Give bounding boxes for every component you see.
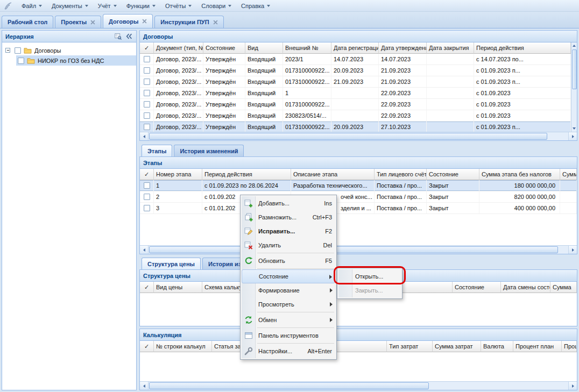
table-row[interactable]: 2с 01.09.202очей конс...Поставка / про..… [140, 191, 577, 203]
column-header[interactable]: Сумма [550, 282, 577, 293]
column-header[interactable]: Процент план [513, 341, 562, 352]
column-header[interactable]: Тип лицевого счёт [375, 169, 427, 180]
menubar-item[interactable]: Словари [196, 1, 236, 11]
checkbox[interactable] [15, 47, 21, 54]
context-menu-item[interactable]: Размножить...Ctrl+F3 [242, 210, 335, 224]
select-all-column-header[interactable]: ✓ [140, 341, 154, 352]
menubar-item[interactable]: Учёт [93, 1, 122, 11]
horizontal-scrollbar[interactable] [140, 245, 577, 254]
table-row[interactable]: Договор, 2023/...УтверждёнВходящий017310… [140, 99, 571, 110]
scroll-up-icon[interactable] [571, 42, 577, 49]
table-row[interactable]: 3с 01.01.202зделия и ...Поставка / про..… [140, 203, 577, 214]
column-header[interactable]: Вид цены [154, 282, 202, 293]
horizontal-scrollbar[interactable] [140, 132, 577, 140]
checkbox[interactable] [144, 90, 150, 96]
column-header[interactable]: Период действия [474, 42, 571, 54]
column-header[interactable]: Дата утверждения [379, 42, 427, 54]
column-header[interactable]: Процент ф [562, 341, 577, 352]
column-header[interactable]: № строки калькул [154, 341, 212, 352]
column-header[interactable]: Номер этапа [154, 169, 202, 180]
vertical-scrollbar[interactable] [571, 42, 577, 132]
column-header[interactable]: Тип затрат [387, 341, 433, 352]
table-row[interactable]: Договор, 2023/...УтверждёнВходящий017310… [140, 65, 571, 76]
checkbox[interactable] [144, 79, 150, 85]
collapse-left-icon[interactable] [125, 32, 133, 40]
checkbox[interactable] [144, 56, 150, 62]
column-header[interactable]: Период действия [202, 169, 291, 180]
context-menu-item[interactable]: Добавить...Ins [242, 196, 335, 210]
column-header[interactable]: Дата смены состоя [501, 282, 550, 293]
menubar-item[interactable]: Документы [47, 1, 93, 11]
tree-node[interactable]: НИОКР по ГОЗ без НДС [2, 55, 136, 66]
checkbox[interactable] [144, 67, 150, 74]
select-all-column-header[interactable]: ✓ [140, 42, 154, 54]
application-window: ФайлДокументыУчётФункцииОтчётыСловариСпр… [0, 0, 579, 392]
scroll-right-icon[interactable] [568, 132, 577, 140]
scrollbar-thumb[interactable] [149, 382, 429, 389]
scroll-left-icon[interactable] [140, 382, 149, 390]
select-all-column-header[interactable]: ✓ [140, 282, 154, 293]
submenu-item[interactable]: Открыть... [338, 269, 401, 283]
column-header[interactable]: Сумма [560, 169, 577, 180]
checkbox[interactable] [144, 124, 150, 130]
checkbox[interactable] [144, 205, 150, 211]
table-cell: с 01.09.2023 п... [474, 65, 571, 76]
checkbox[interactable] [144, 112, 150, 119]
select-all-column-header[interactable]: ✓ [140, 169, 154, 180]
column-header[interactable]: Документ (тип, № [154, 42, 203, 54]
context-menu-item[interactable]: Исправить...F2 [242, 224, 335, 238]
doc-tab[interactable]: Инструкции ПУП [154, 16, 223, 28]
column-header[interactable]: Вид [245, 42, 283, 54]
menubar-item[interactable]: Файл [17, 1, 47, 11]
doc-tab[interactable]: Проекты [55, 16, 101, 28]
checkbox[interactable] [144, 101, 150, 108]
table-row[interactable]: Договор, 2023/...УтверждёнВходящий122.09… [140, 88, 571, 99]
doc-tab[interactable]: Договоры [103, 14, 153, 28]
column-header[interactable]: Сумма затрат [433, 341, 481, 352]
scroll-right-icon[interactable] [568, 246, 577, 254]
column-header[interactable]: Дата закрытия [427, 42, 474, 54]
table-row[interactable]: Договор, 2023/...УтверждёнВходящий2023/1… [140, 54, 571, 65]
column-header[interactable]: Дата регистрации [331, 42, 379, 54]
column-header[interactable]: Сумма этапа без налогов [479, 169, 560, 180]
horizontal-scrollbar[interactable] [140, 381, 577, 390]
column-header[interactable]: Состояние [427, 169, 479, 180]
scroll-left-icon[interactable] [140, 246, 149, 254]
table-row[interactable]: Договор, 2023/...УтверждёнВходящий017310… [140, 122, 571, 132]
table-row[interactable]: 1с 01.09.2023 по 28.06.2024Разработка те… [140, 180, 577, 191]
column-header[interactable]: Описание этапа [291, 169, 375, 180]
column-header[interactable]: Состояние [453, 282, 501, 293]
column-header[interactable]: Внешний № [283, 42, 331, 54]
context-menu-item[interactable]: Обмен [242, 313, 335, 327]
context-menu-item[interactable]: Формирование [242, 283, 335, 297]
scroll-left-icon[interactable] [140, 132, 149, 140]
stages-subtab[interactable]: Этапы [142, 145, 172, 156]
context-menu-item[interactable]: Панель инструментов [242, 329, 335, 343]
price-subtab[interactable]: Структура цены [142, 258, 201, 269]
checkbox[interactable] [18, 58, 24, 64]
table-row[interactable]: Договор, 2023/...УтверждёнВходящий230823… [140, 110, 571, 122]
context-menu-item[interactable]: Просмотреть [242, 297, 335, 311]
scroll-right-icon[interactable] [568, 382, 577, 390]
scroll-down-icon[interactable] [571, 125, 577, 132]
table-row[interactable]: Договор, 2023/...УтверждёнВходящий017310… [140, 76, 571, 88]
context-menu-item[interactable]: Настройки...Alt+Enter [242, 344, 335, 358]
context-menu-item[interactable]: УдалитьDel [242, 238, 335, 252]
scrollbar-thumb[interactable] [572, 49, 577, 89]
column-header[interactable]: Валюта [481, 341, 513, 352]
scrollbar-thumb[interactable] [149, 246, 558, 253]
checkbox[interactable] [144, 194, 150, 200]
column-header[interactable]: Состояние [203, 42, 245, 54]
context-menu-item[interactable]: ОбновитьF5 [242, 254, 335, 268]
grid-find-icon[interactable] [114, 32, 122, 40]
tree-node[interactable]: Договоры [2, 45, 136, 55]
collapse-expander-icon[interactable] [5, 48, 10, 53]
menubar-item[interactable]: Справка [236, 1, 275, 11]
stages-subtab[interactable]: История изменений [174, 145, 244, 156]
context-menu-item[interactable]: Состояние [242, 269, 335, 283]
scrollbar-thumb[interactable] [149, 133, 547, 140]
menubar-item[interactable]: Отчёты [160, 1, 196, 11]
checkbox[interactable] [144, 182, 150, 189]
doc-tab[interactable]: Рабочий стол [2, 16, 53, 28]
menubar-item[interactable]: Функции [122, 1, 160, 11]
